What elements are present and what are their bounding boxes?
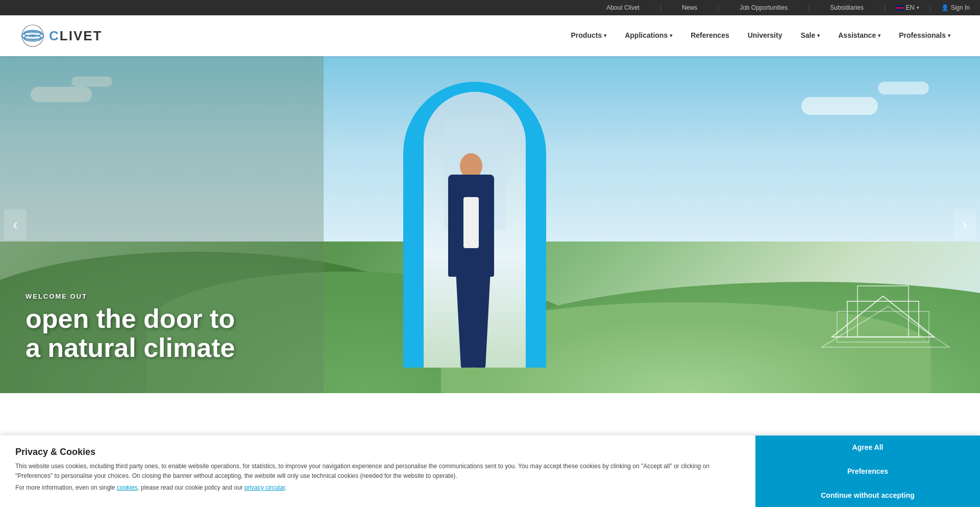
blue-arch bbox=[403, 82, 546, 368]
person-shirt bbox=[463, 197, 479, 248]
next-slide-button[interactable]: › bbox=[953, 209, 976, 240]
cloud-4 bbox=[878, 82, 929, 94]
header: CLIVET Products ▾ Applications ▾ Referen… bbox=[0, 15, 980, 56]
news-link[interactable]: News bbox=[672, 0, 707, 15]
nav-sale[interactable]: Sale ▾ bbox=[791, 15, 829, 56]
arch-inner-scene bbox=[424, 92, 526, 368]
divider-3: | bbox=[808, 4, 810, 11]
logo-text: CLIVET bbox=[49, 28, 102, 44]
hero-subtitle: WELCOME OUT bbox=[26, 293, 235, 300]
nav-references[interactable]: References bbox=[681, 15, 739, 56]
nav-professionals[interactable]: Professionals ▾ bbox=[890, 15, 960, 56]
cloud-3 bbox=[801, 97, 878, 115]
person-figure bbox=[435, 153, 507, 368]
next-arrow-icon: › bbox=[962, 216, 967, 233]
prev-slide-button[interactable]: ‹ bbox=[4, 209, 27, 240]
nav-assistance[interactable]: Assistance ▾ bbox=[829, 15, 890, 56]
logo-link[interactable]: CLIVET bbox=[20, 23, 102, 48]
main-nav: Products ▾ Applications ▾ References Uni… bbox=[562, 15, 960, 56]
chevron-down-icon: ▾ bbox=[604, 33, 606, 38]
svg-marker-8 bbox=[822, 306, 949, 347]
user-icon: 👤 bbox=[941, 4, 949, 11]
chevron-down-icon: ▾ bbox=[948, 33, 950, 38]
divider-1: | bbox=[660, 4, 662, 11]
signin-button[interactable]: 👤 Sign In bbox=[941, 4, 970, 11]
logo-icon bbox=[20, 23, 45, 48]
hero-text-block: WELCOME OUT open the door to a natural c… bbox=[26, 293, 235, 363]
flag-icon bbox=[896, 5, 904, 11]
nav-products[interactable]: Products ▾ bbox=[562, 15, 616, 56]
geo-svg bbox=[806, 235, 960, 363]
nav-applications[interactable]: Applications ▾ bbox=[616, 15, 681, 56]
topbar: About Clivet | News | Job Opportunities … bbox=[0, 0, 980, 15]
svg-point-4 bbox=[28, 31, 37, 40]
about-clivet-link[interactable]: About Clivet bbox=[596, 0, 650, 15]
divider-2: | bbox=[718, 4, 719, 11]
chevron-down-icon: ▾ bbox=[670, 33, 672, 38]
lang-label: EN bbox=[906, 4, 915, 11]
chevron-down-icon: ▾ bbox=[878, 33, 880, 38]
person-body bbox=[448, 175, 494, 277]
hero-title: open the door to a natural climate bbox=[26, 304, 235, 363]
divider-5: | bbox=[929, 4, 931, 11]
divider-4: | bbox=[884, 4, 886, 11]
subsidiaries-link[interactable]: Subsidiaries bbox=[820, 0, 873, 15]
office-background bbox=[424, 92, 526, 368]
signin-label: Sign In bbox=[951, 4, 970, 11]
prev-arrow-icon: ‹ bbox=[13, 216, 17, 233]
language-selector[interactable]: EN ▾ bbox=[896, 4, 919, 11]
job-opportunities-link[interactable]: Job Opportunities bbox=[729, 0, 798, 15]
chevron-down-icon: ▾ bbox=[817, 33, 820, 38]
geometric-shapes bbox=[806, 235, 960, 363]
nav-university[interactable]: University bbox=[739, 15, 792, 56]
lang-chevron-icon: ▾ bbox=[917, 5, 919, 10]
hero-section: WELCOME OUT open the door to a natural c… bbox=[0, 56, 980, 393]
